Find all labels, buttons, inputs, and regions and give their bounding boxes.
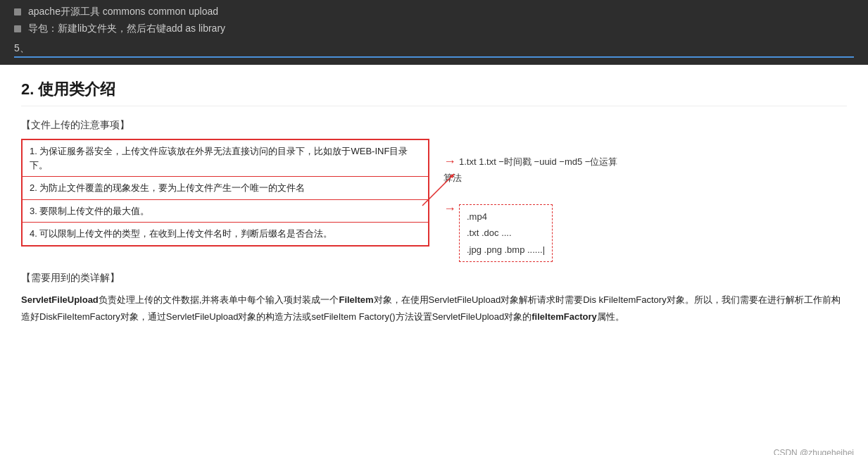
notice-box: 1. 为保证服务器安全，上传文件应该放在外界无法直接访问的目录下，比如放于WEB… [21,139,429,247]
bullet-item-1: apache开源工具 commons common upload [14,6,854,18]
annotation-text-1: 1.txt 1.txt −时间戳 −uuid −md5 −位运算 [459,156,617,168]
dashed-line-1: .mp4 [467,208,545,225]
annotation-row-1b: 算法 [444,172,617,185]
top-section: apache开源工具 commons common upload 导包：新建li… [0,0,868,65]
section-wrapper: 2. 使用类介绍 【文件上传的注意事项】 1. 为保证服务器安全，上传文件应该放… [21,79,847,325]
red-arrow-1: → [444,154,456,169]
red-arrow-2: → [444,201,456,216]
notice-label: 【文件上传的注意事项】 [21,119,847,132]
needs-label: 【需要用到的类详解】 [21,272,847,285]
annotation-row-2: → .mp4 .txt .doc .... .jpg .png .bmp ...… [444,200,617,262]
dashed-box: .mp4 .txt .doc .... .jpg .png .bmp .....… [459,204,553,262]
desc-part2: 负责处理上传的文件数据,并将表单中每个输入项封装成一个 [99,294,339,305]
annotation-text-1b: 算法 [444,173,462,183]
annotation-row-1: → 1.txt 1.txt −时间戳 −uuid −md5 −位运算 [444,154,617,169]
step-5-label: 5、 [14,39,854,61]
notice-item-3: 3. 要限制上传文件的最大值。 [23,200,428,223]
desc-part3: FileItem [339,294,373,305]
watermark: CSDN @zhugeheihei [774,448,854,455]
description-text: ServletFileUpload负责处理上传的文件数据,并将表单中每个输入项封… [21,292,847,325]
bullet-text-1: apache开源工具 commons common upload [28,6,218,18]
section-title: 2. 使用类介绍 [21,79,847,106]
notice-item-1: 1. 为保证服务器安全，上传文件应该放在外界无法直接访问的目录下，比如放于WEB… [23,140,428,177]
bullet-icon-2 [14,25,21,32]
desc-part1: ServletFileUpload [21,294,99,305]
desc-part5: fileItemFactory [532,311,596,322]
notice-item-4: 4. 可以限制上传文件的类型，在收到上传文件名时，判断后缀名是否合法。 [23,223,428,245]
dashed-line-2: .txt .doc .... [467,225,545,241]
notices-wrapper: 1. 为保证服务器安全，上传文件应该放在外界无法直接访问的目录下，比如放于WEB… [21,139,847,262]
bullet-icon-1 [14,8,21,15]
bullet-item-2: 导包：新建lib文件夹，然后右键add as library [14,23,854,35]
notice-item-2: 2. 为防止文件覆盖的现象发生，要为上传文件产生一个唯一的文件名 [23,177,428,200]
desc-part6: 属性。 [597,311,624,322]
bullet-text-2: 导包：新建lib文件夹，然后右键add as library [28,23,225,35]
main-content: 2. 使用类介绍 【文件上传的注意事项】 1. 为保证服务器安全，上传文件应该放… [0,65,868,455]
right-annotations: → 1.txt 1.txt −时间戳 −uuid −md5 −位运算 算法 → … [444,139,617,262]
dashed-line-3: .jpg .png .bmp ......| [467,242,545,258]
